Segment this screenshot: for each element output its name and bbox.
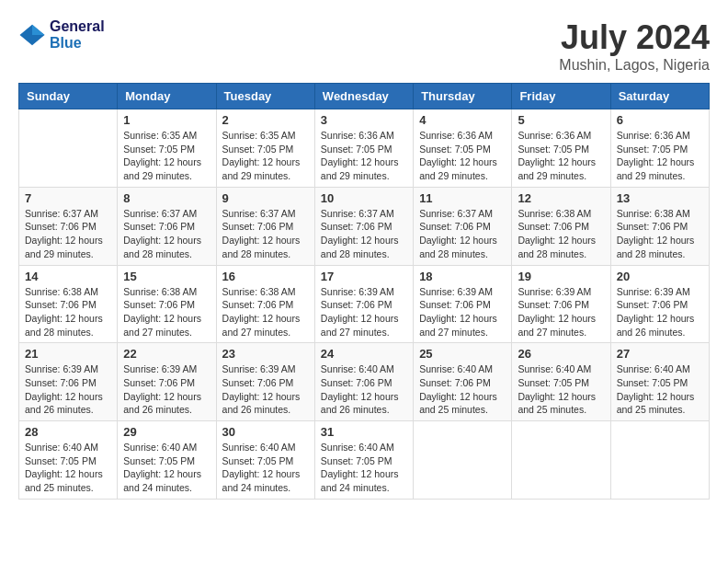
day-info: Sunrise: 6:35 AM Sunset: 7:05 PM Dayligh… [222, 129, 309, 183]
day-info: Sunrise: 6:40 AM Sunset: 7:05 PM Dayligh… [25, 441, 111, 495]
day-number: 23 [222, 347, 309, 361]
day-info: Sunrise: 6:38 AM Sunset: 7:06 PM Dayligh… [123, 285, 210, 339]
calendar-cell: 21Sunrise: 6:39 AM Sunset: 7:06 PM Dayli… [19, 343, 118, 421]
day-info: Sunrise: 6:39 AM Sunset: 7:06 PM Dayligh… [222, 362, 309, 417]
calendar-cell: 15Sunrise: 6:38 AM Sunset: 7:06 PM Dayli… [118, 265, 216, 343]
calendar-cell: 19Sunrise: 6:39 AM Sunset: 7:06 PM Dayli… [512, 265, 610, 343]
calendar-cell: 17Sunrise: 6:39 AM Sunset: 7:06 PM Dayli… [314, 265, 413, 343]
calendar-cell: 23Sunrise: 6:39 AM Sunset: 7:06 PM Dayli… [216, 343, 314, 421]
day-number: 7 [25, 191, 111, 205]
day-info: Sunrise: 6:40 AM Sunset: 7:05 PM Dayligh… [123, 441, 210, 495]
day-number: 18 [419, 270, 506, 283]
calendar-cell: 5Sunrise: 6:36 AM Sunset: 7:05 PM Daylig… [512, 109, 610, 188]
day-number: 19 [518, 270, 604, 283]
day-number: 14 [25, 270, 111, 283]
day-number: 15 [123, 270, 210, 283]
calendar-cell: 18Sunrise: 6:39 AM Sunset: 7:06 PM Dayli… [414, 265, 512, 343]
day-number: 16 [222, 270, 309, 283]
calendar-cell: 2Sunrise: 6:35 AM Sunset: 7:05 PM Daylig… [216, 109, 314, 188]
day-info: Sunrise: 6:38 AM Sunset: 7:06 PM Dayligh… [617, 207, 703, 261]
day-info: Sunrise: 6:40 AM Sunset: 7:05 PM Dayligh… [222, 441, 309, 495]
day-info: Sunrise: 6:39 AM Sunset: 7:06 PM Dayligh… [617, 285, 703, 339]
calendar-cell [610, 421, 709, 500]
calendar-cell [19, 109, 118, 188]
calendar-week-row: 14Sunrise: 6:38 AM Sunset: 7:06 PM Dayli… [19, 265, 710, 343]
day-info: Sunrise: 6:37 AM Sunset: 7:06 PM Dayligh… [321, 207, 407, 261]
day-info: Sunrise: 6:36 AM Sunset: 7:05 PM Dayligh… [617, 129, 703, 183]
day-info: Sunrise: 6:40 AM Sunset: 7:05 PM Dayligh… [518, 362, 604, 417]
header-monday: Monday [118, 84, 216, 109]
calendar-body: 1Sunrise: 6:35 AM Sunset: 7:05 PM Daylig… [19, 109, 710, 500]
calendar-cell: 13Sunrise: 6:38 AM Sunset: 7:06 PM Dayli… [610, 187, 709, 265]
calendar-cell: 1Sunrise: 6:35 AM Sunset: 7:05 PM Daylig… [118, 109, 216, 188]
calendar-cell: 27Sunrise: 6:40 AM Sunset: 7:05 PM Dayli… [610, 343, 709, 421]
day-info: Sunrise: 6:37 AM Sunset: 7:06 PM Dayligh… [123, 207, 210, 261]
day-info: Sunrise: 6:38 AM Sunset: 7:06 PM Dayligh… [222, 285, 309, 339]
day-number: 3 [321, 113, 407, 127]
day-number: 31 [321, 425, 407, 439]
day-number: 17 [321, 270, 407, 283]
calendar-cell: 10Sunrise: 6:37 AM Sunset: 7:06 PM Dayli… [314, 187, 413, 265]
calendar-cell: 22Sunrise: 6:39 AM Sunset: 7:06 PM Dayli… [118, 343, 216, 421]
calendar-cell: 29Sunrise: 6:40 AM Sunset: 7:05 PM Dayli… [118, 421, 216, 500]
header-thursday: Thursday [414, 84, 512, 109]
day-number: 28 [25, 425, 111, 439]
day-number: 10 [321, 191, 407, 205]
calendar-cell: 3Sunrise: 6:36 AM Sunset: 7:05 PM Daylig… [314, 109, 413, 188]
day-number: 12 [518, 191, 604, 205]
calendar-cell: 12Sunrise: 6:38 AM Sunset: 7:06 PM Dayli… [512, 187, 610, 265]
day-info: Sunrise: 6:35 AM Sunset: 7:05 PM Dayligh… [123, 129, 210, 183]
day-info: Sunrise: 6:40 AM Sunset: 7:05 PM Dayligh… [321, 441, 407, 495]
logo: General Blue [18, 18, 105, 52]
calendar-cell: 31Sunrise: 6:40 AM Sunset: 7:05 PM Dayli… [314, 421, 413, 500]
day-number: 27 [617, 347, 703, 361]
day-info: Sunrise: 6:39 AM Sunset: 7:06 PM Dayligh… [518, 285, 604, 339]
calendar-table: SundayMondayTuesdayWednesdayThursdayFrid… [18, 83, 710, 500]
day-number: 8 [123, 191, 210, 205]
day-info: Sunrise: 6:39 AM Sunset: 7:06 PM Dayligh… [419, 285, 506, 339]
day-info: Sunrise: 6:37 AM Sunset: 7:06 PM Dayligh… [419, 207, 506, 261]
day-info: Sunrise: 6:39 AM Sunset: 7:06 PM Dayligh… [25, 362, 111, 417]
day-info: Sunrise: 6:39 AM Sunset: 7:06 PM Dayligh… [123, 362, 210, 417]
calendar-cell: 11Sunrise: 6:37 AM Sunset: 7:06 PM Dayli… [414, 187, 512, 265]
logo-text: General Blue [50, 18, 105, 52]
calendar-cell: 16Sunrise: 6:38 AM Sunset: 7:06 PM Dayli… [216, 265, 314, 343]
calendar-cell: 14Sunrise: 6:38 AM Sunset: 7:06 PM Dayli… [19, 265, 118, 343]
day-number: 13 [617, 191, 703, 205]
calendar-cell: 4Sunrise: 6:36 AM Sunset: 7:05 PM Daylig… [414, 109, 512, 188]
day-number: 29 [123, 425, 210, 439]
day-info: Sunrise: 6:40 AM Sunset: 7:06 PM Dayligh… [419, 362, 506, 417]
day-info: Sunrise: 6:36 AM Sunset: 7:05 PM Dayligh… [321, 129, 407, 183]
day-info: Sunrise: 6:40 AM Sunset: 7:05 PM Dayligh… [617, 362, 703, 417]
day-number: 4 [419, 113, 506, 127]
day-number: 25 [419, 347, 506, 361]
day-number: 11 [419, 191, 506, 205]
calendar-header-row: SundayMondayTuesdayWednesdayThursdayFrid… [19, 84, 710, 109]
calendar-cell: 24Sunrise: 6:40 AM Sunset: 7:06 PM Dayli… [314, 343, 413, 421]
calendar-week-row: 1Sunrise: 6:35 AM Sunset: 7:05 PM Daylig… [19, 109, 710, 188]
day-number: 1 [123, 113, 210, 127]
calendar-cell: 30Sunrise: 6:40 AM Sunset: 7:05 PM Dayli… [216, 421, 314, 500]
calendar-cell [512, 421, 610, 500]
page-header: General Blue July 2024 Mushin, Lagos, Ni… [18, 18, 710, 74]
day-number: 6 [617, 113, 703, 127]
calendar-week-row: 28Sunrise: 6:40 AM Sunset: 7:05 PM Dayli… [19, 421, 710, 500]
header-wednesday: Wednesday [314, 84, 413, 109]
location-subtitle: Mushin, Lagos, Nigeria [559, 57, 710, 74]
calendar-cell: 7Sunrise: 6:37 AM Sunset: 7:06 PM Daylig… [19, 187, 118, 265]
day-info: Sunrise: 6:38 AM Sunset: 7:06 PM Dayligh… [518, 207, 604, 261]
svg-marker-1 [32, 25, 45, 35]
day-number: 9 [222, 191, 309, 205]
day-number: 21 [25, 347, 111, 361]
calendar-cell: 6Sunrise: 6:36 AM Sunset: 7:05 PM Daylig… [610, 109, 709, 188]
day-number: 26 [518, 347, 604, 361]
day-info: Sunrise: 6:38 AM Sunset: 7:06 PM Dayligh… [25, 285, 111, 339]
logo-icon [18, 21, 46, 49]
day-info: Sunrise: 6:40 AM Sunset: 7:06 PM Dayligh… [321, 362, 407, 417]
calendar-cell: 28Sunrise: 6:40 AM Sunset: 7:05 PM Dayli… [19, 421, 118, 500]
header-tuesday: Tuesday [216, 84, 314, 109]
calendar-cell: 20Sunrise: 6:39 AM Sunset: 7:06 PM Dayli… [610, 265, 709, 343]
calendar-cell [414, 421, 512, 500]
header-friday: Friday [512, 84, 610, 109]
title-area: July 2024 Mushin, Lagos, Nigeria [559, 18, 710, 74]
